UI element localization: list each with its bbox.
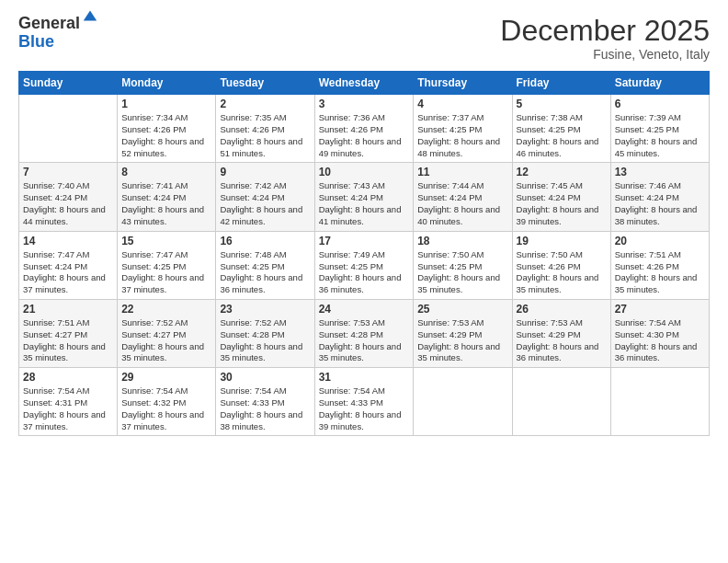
day-number: 1	[121, 98, 211, 110]
table-row: 21Sunrise: 7:51 AMSunset: 4:27 PMDayligh…	[19, 299, 118, 367]
logo: General Blue	[18, 15, 98, 52]
table-row: 29Sunrise: 7:54 AMSunset: 4:32 PMDayligh…	[118, 368, 216, 436]
day-info: Sunrise: 7:39 AMSunset: 4:25 PMDaylight:…	[615, 112, 705, 159]
day-info: Sunrise: 7:34 AMSunset: 4:26 PMDaylight:…	[121, 112, 211, 159]
logo-general: General	[18, 15, 80, 33]
table-row: 6Sunrise: 7:39 AMSunset: 4:25 PMDaylight…	[610, 95, 709, 163]
calendar-week-row: 7Sunrise: 7:40 AMSunset: 4:24 PMDaylight…	[19, 163, 710, 231]
col-thursday: Thursday	[414, 72, 512, 95]
day-info: Sunrise: 7:47 AMSunset: 4:25 PMDaylight:…	[121, 249, 211, 296]
day-number: 31	[319, 371, 410, 384]
page: General Blue December 2025 Fusine, Venet…	[0, 0, 728, 563]
day-info: Sunrise: 7:47 AMSunset: 4:24 PMDaylight:…	[23, 249, 113, 296]
day-number: 7	[23, 166, 113, 178]
table-row: 17Sunrise: 7:49 AMSunset: 4:25 PMDayligh…	[314, 231, 414, 299]
day-number: 15	[121, 235, 211, 247]
title-block: December 2025 Fusine, Veneto, Italy	[500, 15, 710, 62]
day-info: Sunrise: 7:53 AMSunset: 4:28 PMDaylight:…	[319, 317, 410, 364]
day-info: Sunrise: 7:50 AMSunset: 4:25 PMDaylight:…	[417, 249, 507, 296]
table-row: 25Sunrise: 7:53 AMSunset: 4:29 PMDayligh…	[414, 299, 512, 367]
day-info: Sunrise: 7:38 AMSunset: 4:25 PMDaylight:…	[517, 112, 607, 159]
col-friday: Friday	[512, 72, 610, 95]
day-number: 29	[121, 371, 211, 384]
day-info: Sunrise: 7:54 AMSunset: 4:33 PMDaylight:…	[220, 385, 310, 432]
table-row	[512, 368, 610, 436]
col-wednesday: Wednesday	[314, 72, 414, 95]
day-info: Sunrise: 7:46 AMSunset: 4:24 PMDaylight:…	[615, 180, 705, 227]
day-info: Sunrise: 7:54 AMSunset: 4:32 PMDaylight:…	[121, 385, 211, 432]
day-info: Sunrise: 7:48 AMSunset: 4:25 PMDaylight:…	[220, 249, 310, 296]
table-row: 28Sunrise: 7:54 AMSunset: 4:31 PMDayligh…	[19, 368, 118, 436]
day-number: 23	[220, 303, 310, 316]
table-row: 14Sunrise: 7:47 AMSunset: 4:24 PMDayligh…	[19, 231, 118, 299]
day-number: 26	[517, 303, 607, 316]
table-row	[414, 368, 512, 436]
table-row: 18Sunrise: 7:50 AMSunset: 4:25 PMDayligh…	[414, 231, 512, 299]
table-row: 4Sunrise: 7:37 AMSunset: 4:25 PMDaylight…	[414, 95, 512, 163]
location-subtitle: Fusine, Veneto, Italy	[500, 47, 710, 62]
day-number: 30	[220, 371, 310, 384]
table-row	[19, 95, 118, 163]
day-number: 17	[319, 235, 410, 247]
table-row: 1Sunrise: 7:34 AMSunset: 4:26 PMDaylight…	[118, 95, 216, 163]
day-number: 9	[220, 166, 310, 178]
table-row: 9Sunrise: 7:42 AMSunset: 4:24 PMDaylight…	[216, 163, 314, 231]
table-row: 20Sunrise: 7:51 AMSunset: 4:26 PMDayligh…	[610, 231, 709, 299]
table-row	[610, 368, 709, 436]
table-row: 5Sunrise: 7:38 AMSunset: 4:25 PMDaylight…	[512, 95, 610, 163]
days-header-row: Sunday Monday Tuesday Wednesday Thursday…	[19, 72, 710, 95]
calendar-week-row: 1Sunrise: 7:34 AMSunset: 4:26 PMDaylight…	[19, 95, 710, 163]
logo-icon	[82, 7, 98, 24]
col-saturday: Saturday	[610, 72, 709, 95]
day-number: 25	[417, 303, 507, 316]
day-info: Sunrise: 7:54 AMSunset: 4:33 PMDaylight:…	[319, 385, 410, 432]
day-number: 24	[319, 303, 410, 316]
day-number: 16	[220, 235, 310, 247]
day-number: 14	[23, 235, 113, 247]
day-info: Sunrise: 7:37 AMSunset: 4:25 PMDaylight:…	[417, 112, 507, 159]
day-info: Sunrise: 7:42 AMSunset: 4:24 PMDaylight:…	[220, 180, 310, 227]
day-number: 5	[517, 98, 607, 110]
logo-blue: Blue	[18, 33, 80, 52]
day-number: 2	[220, 98, 310, 110]
day-info: Sunrise: 7:49 AMSunset: 4:25 PMDaylight:…	[319, 249, 410, 296]
day-number: 3	[319, 98, 410, 110]
table-row: 8Sunrise: 7:41 AMSunset: 4:24 PMDaylight…	[118, 163, 216, 231]
day-info: Sunrise: 7:54 AMSunset: 4:31 PMDaylight:…	[23, 385, 113, 432]
day-number: 13	[615, 166, 705, 178]
table-row: 16Sunrise: 7:48 AMSunset: 4:25 PMDayligh…	[216, 231, 314, 299]
table-row: 26Sunrise: 7:53 AMSunset: 4:29 PMDayligh…	[512, 299, 610, 367]
table-row: 22Sunrise: 7:52 AMSunset: 4:27 PMDayligh…	[118, 299, 216, 367]
table-row: 10Sunrise: 7:43 AMSunset: 4:24 PMDayligh…	[314, 163, 414, 231]
day-info: Sunrise: 7:50 AMSunset: 4:26 PMDaylight:…	[517, 249, 607, 296]
calendar-week-row: 21Sunrise: 7:51 AMSunset: 4:27 PMDayligh…	[19, 299, 710, 367]
day-number: 18	[417, 235, 507, 247]
day-info: Sunrise: 7:43 AMSunset: 4:24 PMDaylight:…	[319, 180, 410, 227]
calendar-week-row: 14Sunrise: 7:47 AMSunset: 4:24 PMDayligh…	[19, 231, 710, 299]
table-row: 30Sunrise: 7:54 AMSunset: 4:33 PMDayligh…	[216, 368, 314, 436]
table-row: 24Sunrise: 7:53 AMSunset: 4:28 PMDayligh…	[314, 299, 414, 367]
table-row: 19Sunrise: 7:50 AMSunset: 4:26 PMDayligh…	[512, 231, 610, 299]
day-info: Sunrise: 7:40 AMSunset: 4:24 PMDaylight:…	[23, 180, 113, 227]
day-info: Sunrise: 7:51 AMSunset: 4:26 PMDaylight:…	[615, 249, 705, 296]
day-info: Sunrise: 7:35 AMSunset: 4:26 PMDaylight:…	[220, 112, 310, 159]
table-row: 23Sunrise: 7:52 AMSunset: 4:28 PMDayligh…	[216, 299, 314, 367]
calendar-table: Sunday Monday Tuesday Wednesday Thursday…	[18, 71, 710, 436]
svg-marker-0	[84, 11, 97, 21]
day-number: 22	[121, 303, 211, 316]
day-number: 20	[615, 235, 705, 247]
month-title: December 2025	[500, 15, 710, 47]
day-number: 11	[417, 166, 507, 178]
table-row: 2Sunrise: 7:35 AMSunset: 4:26 PMDaylight…	[216, 95, 314, 163]
day-info: Sunrise: 7:53 AMSunset: 4:29 PMDaylight:…	[517, 317, 607, 364]
day-number: 6	[615, 98, 705, 110]
day-info: Sunrise: 7:41 AMSunset: 4:24 PMDaylight:…	[121, 180, 211, 227]
day-number: 4	[417, 98, 507, 110]
day-number: 21	[23, 303, 113, 316]
day-info: Sunrise: 7:53 AMSunset: 4:29 PMDaylight:…	[417, 317, 507, 364]
table-row: 31Sunrise: 7:54 AMSunset: 4:33 PMDayligh…	[314, 368, 414, 436]
day-number: 8	[121, 166, 211, 178]
table-row: 13Sunrise: 7:46 AMSunset: 4:24 PMDayligh…	[610, 163, 709, 231]
day-info: Sunrise: 7:52 AMSunset: 4:27 PMDaylight:…	[121, 317, 211, 364]
table-row: 11Sunrise: 7:44 AMSunset: 4:24 PMDayligh…	[414, 163, 512, 231]
